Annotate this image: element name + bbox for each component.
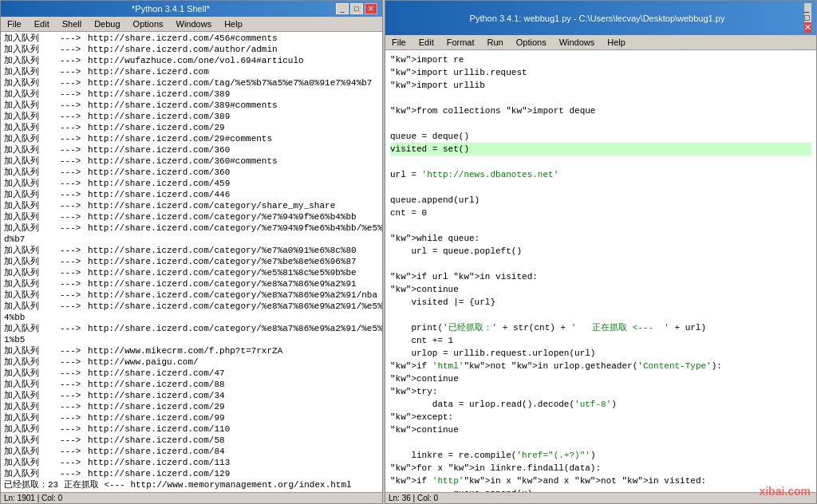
shell-menu-options[interactable]: Options [130, 18, 167, 30]
line-url: http://share.iczerd.com/456#comments [88, 33, 278, 44]
line-label: 加入队列 [4, 468, 60, 479]
shell-menu-debug[interactable]: Debug [91, 18, 123, 30]
shell-menu-help[interactable]: Help [221, 18, 246, 30]
editor-menu-run[interactable]: Run [484, 37, 507, 48]
list-item: 加入队列 ---> http://share.iczerd.com/389#co… [4, 100, 379, 111]
shell-output-area[interactable]: http://share.iczerd.com/wp-includes/wlwm… [1, 32, 382, 492]
table-row: "kw">import urllib [390, 79, 811, 92]
line-url: http://share.iczerd.com/84 [88, 446, 225, 457]
line-url: http://share.iczerd.com/category/%e5%81%… [88, 267, 357, 278]
line-url: http://share.iczerd.com/360#comments [88, 156, 278, 167]
editor-title: Python 3.4.1: webbug1.py - C:\Users\lecv… [390, 14, 804, 23]
editor-title-bar: Python 3.4.1: webbug1.py - C:\Users\lecv… [385, 1, 816, 35]
editor-menu-format[interactable]: Format [444, 37, 478, 48]
line-url: http://wufazhuce.com/one/vol.694#articul… [88, 55, 304, 66]
line-arrow: ---> [60, 89, 88, 100]
line-label: 加入队列 [4, 256, 60, 267]
list-item: 加入队列 ---> http://share.iczerd.com/catego… [4, 323, 379, 334]
table-row: "kw">continue [390, 283, 811, 296]
editor-close-btn[interactable]: ✕ [804, 22, 811, 33]
table-row: "kw">try: [390, 385, 811, 398]
line-arrow: ---> [60, 178, 88, 189]
shell-close-btn[interactable]: ✕ [365, 3, 377, 14]
line-url: http://share.iczerd.com/47 [88, 368, 225, 379]
line-arrow: ---> [60, 133, 88, 144]
line-url: http://share.iczerd.com/110 [88, 423, 230, 435]
list-item: 加入队列 ---> http://share.iczerd.com [4, 66, 379, 77]
line-arrow: ---> [60, 211, 88, 222]
shell-minimize-btn[interactable]: _ [336, 3, 349, 14]
line-url: http://share.iczerd.com/58 [88, 435, 225, 446]
shell-menu-edit[interactable]: Edit [31, 18, 53, 30]
line-url: http://share.iczerd.com/34 [88, 390, 225, 401]
line-arrow: ---> [60, 323, 88, 334]
list-item: 1%b5 [4, 334, 379, 345]
watermark: xibai.com [759, 485, 811, 498]
line-arrow: ---> [60, 222, 88, 234]
line-arrow: ---> [60, 100, 88, 111]
table-row: visited = set() [390, 143, 811, 156]
line-url: http://share.iczerd.com/88 [88, 379, 225, 390]
list-item: 加入队列 ---> http://share.iczerd.com/446 [4, 189, 379, 200]
table-row [390, 436, 811, 449]
shell-title: *Python 3.4.1 Shell* [6, 4, 336, 14]
editor-minimize-btn[interactable]: _ [804, 3, 811, 13]
line-label: 加入队列 [4, 301, 60, 312]
editor-menu-options[interactable]: Options [513, 37, 550, 48]
line-url: http://www.mikecrm.com/f.php?t=7rxrZA [88, 345, 282, 356]
list-item: 加入队列 ---> http://share.iczerd.com/113 [4, 457, 379, 468]
table-row: print('已经抓取：' + str(cnt) + ' 正在抓取 <--- '… [390, 321, 811, 334]
editor-menu-file[interactable]: File [389, 37, 409, 48]
line-label: 加入队列 [4, 100, 60, 111]
line-url: http://share.iczerd.com/360 [88, 167, 230, 178]
line-label: 加入队列 [4, 156, 60, 167]
list-item: 加入队列 ---> http://share.iczerd.com/389 [4, 111, 379, 122]
line-label: 加入队列 [4, 267, 60, 278]
line-url: http://share.iczerd.com [88, 66, 209, 77]
line-url: http://share.iczerd.com/category/%e7%94%… [88, 222, 382, 234]
line-url: http://share.iczerd.com/389#comments [88, 100, 278, 111]
editor-menu-windows[interactable]: Windows [556, 37, 598, 48]
line-label: 加入队列 [4, 211, 60, 222]
list-item: 加入队列 ---> http://share.iczerd.com/110 [4, 423, 379, 435]
line-arrow: ---> [60, 267, 88, 278]
table-row: urlop = urllib.request.urlopen(url) [390, 347, 811, 360]
line-url: http://share.iczerd.com/category/%e7%94%… [88, 211, 357, 222]
line-url: http://share.iczerd.com/459 [88, 178, 230, 189]
line-label: 加入队列 [4, 245, 60, 256]
list-item: 加入队列 ---> http://www.paigu.com/ [4, 356, 379, 368]
line-label: 加入队列 [4, 66, 60, 77]
table-row: url = queue.popleft() [390, 245, 811, 258]
line-arrow: ---> [60, 278, 88, 289]
line-label: 加入队列 [4, 200, 60, 211]
list-item: 加入队列 ---> http://wufazhuce.com/one/vol.6… [4, 55, 379, 66]
line-url: http://share.iczerd.com/129 [88, 468, 230, 479]
line-arrow: ---> [60, 390, 88, 401]
line-label: 加入队列 [4, 446, 60, 457]
editor-maximize-btn[interactable]: □ [804, 13, 811, 22]
shell-maximize-btn[interactable]: □ [350, 3, 363, 14]
table-row: cnt += 1 [390, 334, 811, 347]
line-label: 加入队列 [4, 368, 60, 379]
list-item: 4%bb [4, 312, 379, 323]
editor-menu-edit[interactable]: Edit [416, 37, 437, 48]
line-url: http://share.iczerd.com/29#comments [88, 133, 272, 144]
list-item: 加入队列 ---> http://share.iczerd.com/catego… [4, 256, 379, 267]
table-row: "kw">if 'html' "kw">not "kw">in urlop.ge… [390, 360, 811, 372]
line-arrow: ---> [60, 446, 88, 457]
line-label: 加入队列 [4, 178, 60, 189]
list-item: 加入队列 ---> http://share.iczerd.com/catego… [4, 289, 379, 301]
line-url: 1%b5 [4, 334, 25, 345]
editor-code-area[interactable]: "kw">import re"kw">import urllib.request… [385, 50, 816, 492]
line-url: http://share.iczerd.com/389 [88, 111, 230, 122]
line-arrow: ---> [60, 33, 88, 44]
line-label: 加入队列 [4, 289, 60, 301]
line-arrow: ---> [60, 122, 88, 133]
table-row [390, 181, 811, 194]
shell-menu-file[interactable]: File [4, 18, 25, 30]
shell-menu-windows[interactable]: Windows [173, 18, 215, 30]
editor-menu-help[interactable]: Help [604, 37, 629, 48]
shell-menu-shell[interactable]: Shell [59, 18, 85, 30]
editor-status-bar: Ln: 36 | Col: 0 [385, 492, 816, 503]
list-item: d%b7 [4, 234, 379, 245]
